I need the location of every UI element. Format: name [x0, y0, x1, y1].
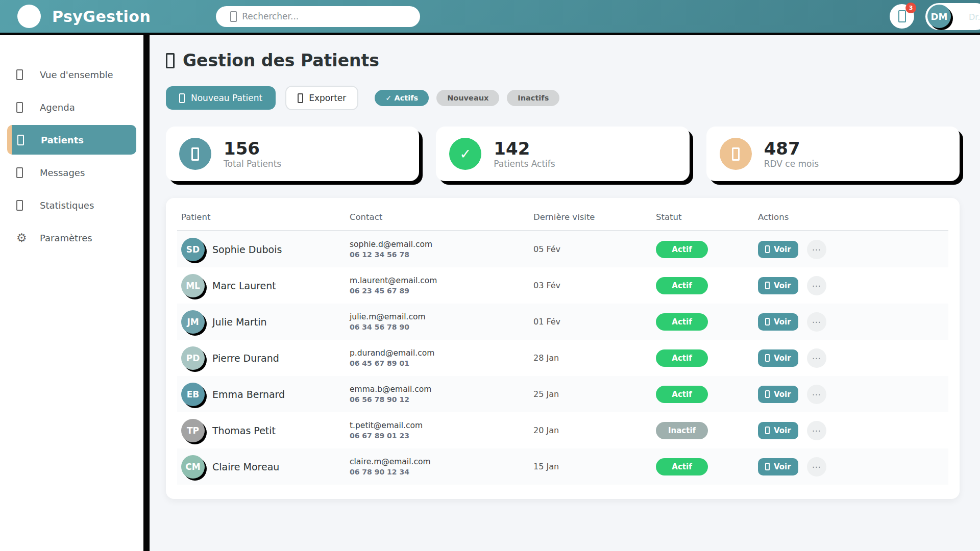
patient-email: t.petit@email.com — [350, 421, 533, 430]
patient-phone: 06 12 34 56 78 — [350, 251, 533, 259]
app-logo — [17, 5, 41, 28]
table-row: CM Claire Moreau claire.m@email.com 06 7… — [177, 448, 948, 485]
toolbar: Nouveau Patient Exporter ✓ Actifs Nouvea… — [166, 86, 960, 110]
patient-email: m.laurent@email.com — [350, 276, 533, 285]
page-title-icon — [166, 53, 175, 68]
more-button[interactable]: ⋯ — [807, 385, 826, 404]
view-button[interactable]: Voir — [758, 241, 798, 258]
last-visit: 28 Jan — [533, 353, 656, 363]
patient-name: Thomas Petit — [212, 425, 276, 436]
patient-phone: 06 45 67 89 01 — [350, 359, 533, 367]
sidebar-item-label: Statistiques — [40, 200, 94, 211]
patients-table: Patient Contact Dernière visite Statut A… — [166, 198, 960, 499]
patient-name: Pierre Durand — [212, 353, 279, 364]
eye-icon — [765, 282, 770, 289]
search-box[interactable] — [216, 6, 420, 27]
new-patient-button[interactable]: Nouveau Patient — [166, 86, 276, 110]
more-button[interactable]: ⋯ — [807, 457, 826, 477]
more-icon: ⋯ — [812, 389, 821, 399]
eye-icon — [765, 245, 770, 253]
sidebar-item-label: Agenda — [40, 102, 75, 113]
sidebar-item-param-tres[interactable]: ⚙ Paramètres — [7, 223, 136, 253]
filter-chip[interactable]: Inactifs — [507, 90, 559, 106]
patient-name: Claire Moreau — [212, 461, 279, 472]
status-badge: Actif — [656, 349, 708, 367]
last-visit: 05 Fév — [533, 244, 656, 254]
stat-label: Total Patients — [224, 159, 281, 169]
stat-cards: 156 Total Patients ✓ 142 Patients Actifs… — [166, 127, 960, 181]
sidebar-item-agenda[interactable]: Agenda — [7, 92, 136, 122]
patient-avatar: JM — [181, 310, 205, 334]
more-button[interactable]: ⋯ — [807, 348, 826, 368]
stat-label: Patients Actifs — [494, 159, 555, 169]
notification-badge: 3 — [905, 3, 916, 13]
sidebar-item-vue-d-ensemble[interactable]: Vue d'ensemble — [7, 60, 136, 89]
view-button[interactable]: Voir — [758, 313, 798, 331]
sidebar-nav: Vue d'ensemble Agenda Patients Messages … — [0, 60, 143, 253]
calendar-icon — [16, 102, 23, 113]
last-visit: 03 Fév — [533, 281, 656, 290]
status-badge: Actif — [656, 313, 708, 331]
status-badge: Actif — [656, 241, 708, 258]
last-visit: 01 Fév — [533, 317, 656, 327]
column-header: Patient — [181, 212, 350, 222]
eye-icon — [765, 463, 770, 470]
export-button[interactable]: Exporter — [285, 86, 358, 110]
patient-email: emma.b@email.com — [350, 385, 533, 394]
stat-value: 142 — [494, 139, 555, 159]
more-icon: ⋯ — [812, 353, 821, 363]
table-row: ML Marc Laurent m.laurent@email.com 06 2… — [177, 267, 948, 304]
sidebar-item-label: Vue d'ensemble — [40, 69, 113, 80]
search-input[interactable] — [242, 11, 412, 21]
sidebar-item-icon — [16, 167, 40, 178]
patient-avatar: CM — [181, 455, 205, 479]
more-button[interactable]: ⋯ — [807, 421, 826, 440]
patient-email: claire.m@email.com — [350, 457, 533, 466]
patients-icon — [17, 135, 24, 145]
filter-chip[interactable]: Nouveaux — [436, 90, 499, 106]
calendar-icon — [732, 147, 740, 161]
last-visit: 25 Jan — [533, 389, 656, 399]
column-header: Contact — [350, 212, 533, 222]
search-icon — [230, 11, 237, 22]
patient-avatar: TP — [181, 419, 205, 442]
sidebar-item-patients[interactable]: Patients — [7, 125, 136, 155]
check-icon: ✓ — [460, 146, 472, 162]
stat-icon: ✓ — [449, 138, 481, 170]
more-button[interactable]: ⋯ — [807, 240, 826, 259]
stat-value: 487 — [764, 139, 819, 159]
more-icon: ⋯ — [812, 462, 821, 472]
messages-icon — [16, 167, 23, 178]
sidebar-item-icon — [16, 200, 40, 211]
view-button[interactable]: Voir — [758, 422, 798, 439]
top-bar: PsyGestion 3 DM Dr. Martin — [0, 0, 980, 35]
main-content: Gestion des Patients Nouveau Patient Exp… — [156, 35, 980, 551]
patient-phone: 06 56 78 90 12 — [350, 395, 533, 404]
more-icon: ⋯ — [812, 425, 821, 436]
more-button[interactable]: ⋯ — [807, 312, 826, 332]
patient-avatar: PD — [181, 346, 205, 370]
sidebar-item-statistiques[interactable]: Statistiques — [7, 190, 136, 220]
sidebar-item-messages[interactable]: Messages — [7, 158, 136, 187]
patient-email: p.durand@email.com — [350, 348, 533, 358]
stat-card: 156 Total Patients — [166, 127, 419, 181]
view-button[interactable]: Voir — [758, 277, 798, 294]
sidebar-item-icon — [17, 135, 41, 145]
patient-name: Emma Bernard — [212, 389, 285, 400]
view-button[interactable]: Voir — [758, 458, 798, 475]
view-button[interactable]: Voir — [758, 386, 798, 403]
patients-icon — [191, 147, 199, 161]
status-badge: Actif — [656, 386, 708, 403]
notifications-button[interactable]: 3 — [890, 4, 914, 29]
more-button[interactable]: ⋯ — [807, 276, 826, 295]
sidebar-item-icon — [16, 102, 40, 113]
filter-chip[interactable]: ✓ Actifs — [375, 90, 429, 106]
app-title: PsyGestion — [52, 8, 151, 26]
eye-icon — [765, 354, 770, 362]
patient-avatar: SD — [181, 238, 205, 261]
patient-phone: 06 23 45 67 89 — [350, 287, 533, 295]
sidebar-item-label: Patients — [41, 135, 84, 145]
stat-card: 487 RDV ce mois — [706, 127, 960, 181]
status-badge: Inactif — [656, 422, 708, 439]
view-button[interactable]: Voir — [758, 349, 798, 367]
